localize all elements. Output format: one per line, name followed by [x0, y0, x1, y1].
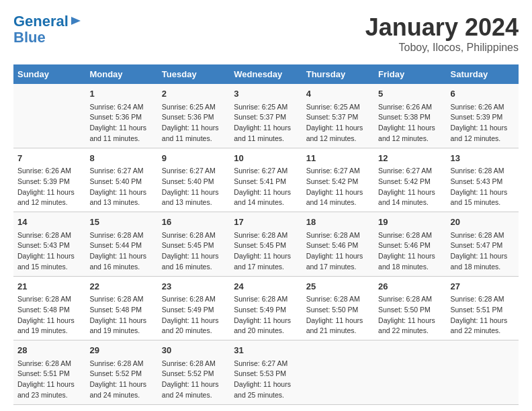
sunset-info: Sunset: 5:36 PM: [89, 112, 153, 123]
daylight-info: Daylight: 11 hours and 12 minutes.: [378, 123, 442, 144]
sunrise-info: Sunrise: 6:28 AM: [17, 294, 81, 305]
sunrise-info: Sunrise: 6:28 AM: [234, 230, 298, 241]
daylight-info: Daylight: 11 hours and 11 minutes.: [162, 123, 226, 144]
calendar-cell: [374, 340, 446, 405]
sunrise-info: Sunrise: 6:25 AM: [162, 102, 226, 113]
daylight-info: Daylight: 11 hours and 16 minutes.: [89, 251, 153, 273]
calendar-cell: 3Sunrise: 6:25 AMSunset: 5:37 PMDaylight…: [230, 84, 302, 148]
header-tuesday: Tuesday: [158, 64, 230, 84]
page-header: General Blue January 2024 Toboy, Ilocos,…: [13, 13, 519, 54]
day-number: 28: [17, 344, 81, 357]
day-number: 20: [451, 216, 515, 229]
sunset-info: Sunset: 5:39 PM: [17, 177, 81, 187]
daylight-info: Daylight: 11 hours and 19 minutes.: [89, 316, 153, 337]
daylight-info: Daylight: 11 hours and 14 minutes.: [306, 187, 370, 209]
sunrise-info: Sunrise: 6:26 AM: [378, 102, 442, 113]
header-saturday: Saturday: [447, 64, 519, 84]
day-number: 6: [451, 87, 515, 101]
logo-blue-text: Blue: [13, 30, 82, 46]
logo-text: General: [13, 13, 69, 30]
calendar-cell: 26Sunrise: 6:28 AMSunset: 5:50 PMDayligh…: [374, 276, 446, 340]
daylight-info: Daylight: 11 hours and 16 minutes.: [162, 251, 226, 273]
sunset-info: Sunset: 5:37 PM: [234, 112, 298, 123]
calendar-cell: 4Sunrise: 6:25 AMSunset: 5:37 PMDaylight…: [302, 84, 374, 148]
calendar-title: January 2024: [365, 13, 519, 42]
header-friday: Friday: [374, 64, 446, 84]
calendar-cell: 12Sunrise: 6:27 AMSunset: 5:42 PMDayligh…: [374, 148, 446, 212]
calendar-cell: 9Sunrise: 6:27 AMSunset: 5:40 PMDaylight…: [158, 148, 230, 212]
sunrise-info: Sunrise: 6:24 AM: [89, 102, 153, 113]
svg-marker-0: [71, 17, 81, 25]
sunset-info: Sunset: 5:52 PM: [162, 369, 226, 379]
calendar-cell: 25Sunrise: 6:28 AMSunset: 5:50 PMDayligh…: [302, 276, 374, 340]
daylight-info: Daylight: 11 hours and 13 minutes.: [89, 187, 153, 209]
sunrise-info: Sunrise: 6:28 AM: [378, 294, 442, 305]
header-sunday: Sunday: [13, 64, 85, 84]
calendar-cell: 1Sunrise: 6:24 AMSunset: 5:36 PMDaylight…: [85, 84, 157, 148]
calendar-cell: 28Sunrise: 6:28 AMSunset: 5:51 PMDayligh…: [13, 340, 85, 405]
daylight-info: Daylight: 11 hours and 17 minutes.: [306, 251, 370, 273]
day-number: 8: [89, 152, 153, 165]
sunrise-info: Sunrise: 6:27 AM: [306, 166, 370, 177]
header-wednesday: Wednesday: [230, 64, 302, 84]
sunrise-info: Sunrise: 6:28 AM: [378, 230, 442, 241]
sunset-info: Sunset: 5:51 PM: [451, 305, 515, 316]
day-number: 15: [89, 216, 153, 229]
sunrise-info: Sunrise: 6:28 AM: [89, 294, 153, 305]
sunset-info: Sunset: 5:41 PM: [234, 177, 298, 187]
day-number: 17: [234, 216, 298, 229]
sunrise-info: Sunrise: 6:28 AM: [306, 294, 370, 305]
day-number: 11: [306, 152, 370, 165]
calendar-subtitle: Toboy, Ilocos, Philippines: [365, 42, 519, 54]
sunset-info: Sunset: 5:45 PM: [162, 240, 226, 251]
sunset-info: Sunset: 5:47 PM: [451, 240, 515, 251]
daylight-info: Daylight: 11 hours and 17 minutes.: [234, 251, 298, 273]
calendar-table: SundayMondayTuesdayWednesdayThursdayFrid…: [13, 64, 519, 405]
logo-flag-icon: [70, 15, 82, 28]
calendar-cell: [302, 340, 374, 405]
daylight-info: Daylight: 11 hours and 25 minutes.: [234, 379, 298, 401]
day-number: 10: [234, 152, 298, 165]
day-number: 13: [451, 152, 515, 165]
day-number: 27: [451, 280, 515, 293]
sunset-info: Sunset: 5:46 PM: [378, 240, 442, 251]
day-number: 22: [89, 280, 153, 293]
daylight-info: Daylight: 11 hours and 12 minutes.: [17, 187, 81, 209]
sunset-info: Sunset: 5:38 PM: [378, 112, 442, 123]
calendar-cell: 30Sunrise: 6:28 AMSunset: 5:52 PMDayligh…: [158, 340, 230, 405]
sunrise-info: Sunrise: 6:28 AM: [162, 230, 226, 241]
day-number: 29: [89, 344, 153, 357]
daylight-info: Daylight: 11 hours and 14 minutes.: [234, 187, 298, 209]
daylight-info: Daylight: 11 hours and 13 minutes.: [162, 187, 226, 209]
day-number: 16: [162, 216, 226, 229]
daylight-info: Daylight: 11 hours and 23 minutes.: [17, 379, 81, 401]
sunrise-info: Sunrise: 6:28 AM: [162, 359, 226, 369]
calendar-cell: [447, 340, 519, 405]
day-number: 31: [234, 344, 298, 357]
week-row-1: 1Sunrise: 6:24 AMSunset: 5:36 PMDaylight…: [13, 84, 519, 148]
header-thursday: Thursday: [302, 64, 374, 84]
calendar-cell: 13Sunrise: 6:28 AMSunset: 5:43 PMDayligh…: [447, 148, 519, 212]
daylight-info: Daylight: 11 hours and 21 minutes.: [306, 316, 370, 337]
sunrise-info: Sunrise: 6:28 AM: [451, 294, 515, 305]
sunrise-info: Sunrise: 6:28 AM: [162, 294, 226, 305]
daylight-info: Daylight: 11 hours and 12 minutes.: [306, 123, 370, 144]
sunset-info: Sunset: 5:45 PM: [234, 240, 298, 251]
week-row-5: 28Sunrise: 6:28 AMSunset: 5:51 PMDayligh…: [13, 340, 519, 405]
sunset-info: Sunset: 5:40 PM: [89, 177, 153, 187]
calendar-cell: 17Sunrise: 6:28 AMSunset: 5:45 PMDayligh…: [230, 212, 302, 277]
daylight-info: Daylight: 11 hours and 22 minutes.: [378, 316, 442, 337]
sunrise-info: Sunrise: 6:27 AM: [234, 359, 298, 369]
sunset-info: Sunset: 5:44 PM: [89, 240, 153, 251]
daylight-info: Daylight: 11 hours and 24 minutes.: [162, 379, 226, 401]
calendar-cell: 24Sunrise: 6:28 AMSunset: 5:49 PMDayligh…: [230, 276, 302, 340]
sunrise-info: Sunrise: 6:28 AM: [234, 294, 298, 305]
day-number: 25: [306, 280, 370, 293]
header-monday: Monday: [85, 64, 157, 84]
calendar-cell: 18Sunrise: 6:28 AMSunset: 5:46 PMDayligh…: [302, 212, 374, 277]
day-number: 21: [17, 280, 81, 293]
sunrise-info: Sunrise: 6:28 AM: [451, 166, 515, 177]
calendar-cell: 20Sunrise: 6:28 AMSunset: 5:47 PMDayligh…: [447, 212, 519, 277]
sunrise-info: Sunrise: 6:28 AM: [17, 230, 81, 241]
sunset-info: Sunset: 5:50 PM: [306, 305, 370, 316]
